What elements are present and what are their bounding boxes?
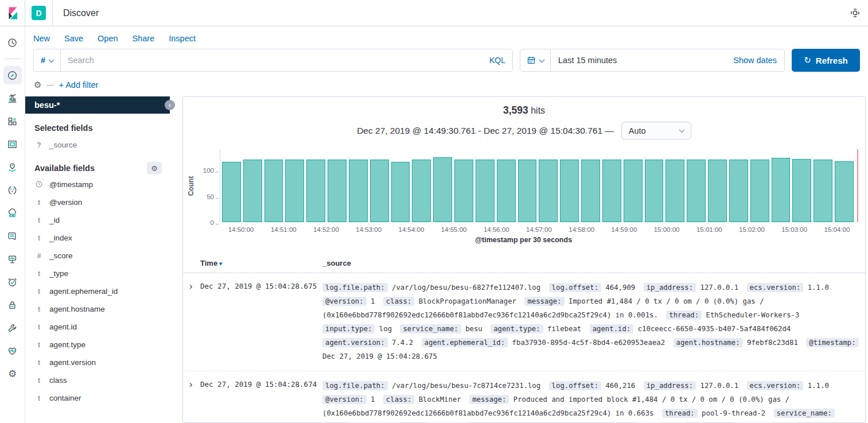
field-list-item[interactable]: tagent.version bbox=[25, 354, 170, 371]
interval-select[interactable]: Auto bbox=[621, 122, 691, 139]
nav-discover-icon[interactable] bbox=[3, 66, 22, 84]
nav-stack-monitoring-icon[interactable] bbox=[3, 341, 22, 360]
field-list-item[interactable]: tagent.id bbox=[25, 318, 170, 336]
histogram-bar[interactable] bbox=[539, 160, 558, 222]
histogram-bar[interactable] bbox=[729, 160, 748, 222]
discover-main-panel: 3,593 hits Dec 27, 2019 @ 14:49:30.761 -… bbox=[182, 96, 866, 423]
source-field-value: 460,216 bbox=[605, 382, 635, 390]
row-source: log.file.path: /var/log/besu/besu-6827fe… bbox=[322, 281, 859, 363]
field-type-badge: t bbox=[35, 394, 43, 402]
field-list-item[interactable]: @timestamp bbox=[25, 176, 170, 193]
field-name: agent.ephemeral_id bbox=[49, 287, 118, 296]
nav-apm-icon[interactable] bbox=[3, 250, 22, 268]
show-dates-button[interactable]: Show dates bbox=[733, 56, 784, 65]
plot-area bbox=[220, 149, 858, 222]
menu-save[interactable]: Save bbox=[64, 34, 83, 43]
add-filter-button[interactable]: + Add filter bbox=[59, 80, 98, 90]
menu-open[interactable]: Open bbox=[98, 34, 118, 43]
histogram-bar[interactable] bbox=[370, 160, 389, 222]
nav-visualize-icon[interactable] bbox=[3, 89, 22, 107]
expand-row-icon[interactable]: › bbox=[188, 281, 200, 363]
histogram-bar[interactable] bbox=[285, 160, 304, 222]
refresh-button[interactable]: ↻ Refresh bbox=[792, 49, 860, 72]
nav-machine-learning-icon[interactable] bbox=[3, 181, 22, 199]
nav-uptime-icon[interactable] bbox=[3, 273, 22, 291]
collapse-sidebar-icon[interactable]: ‹ bbox=[165, 100, 175, 110]
histogram-bar[interactable] bbox=[581, 160, 600, 222]
histogram-bar[interactable] bbox=[412, 160, 431, 222]
kibana-logo[interactable] bbox=[0, 0, 25, 26]
histogram-bar[interactable] bbox=[222, 162, 241, 222]
histogram-bar[interactable] bbox=[433, 157, 452, 222]
histogram-bar[interactable] bbox=[518, 160, 537, 222]
field-list-item[interactable]: tcontainer bbox=[25, 389, 170, 407]
field-list-item[interactable]: #_score bbox=[25, 247, 170, 265]
nav-maps-icon[interactable] bbox=[3, 158, 22, 176]
recently-viewed-icon[interactable] bbox=[3, 33, 22, 52]
source-field-name: ecs.version: bbox=[747, 381, 804, 390]
histogram-bar[interactable] bbox=[835, 161, 854, 222]
histogram-bar[interactable] bbox=[813, 160, 832, 222]
index-pattern-selector[interactable]: besu-* bbox=[25, 96, 170, 114]
histogram-bar[interactable] bbox=[306, 160, 325, 222]
sort-descending-icon[interactable]: ▾ bbox=[219, 260, 223, 267]
histogram-bar[interactable] bbox=[454, 160, 473, 222]
field-list-item[interactable]: tclass bbox=[25, 371, 170, 389]
nav-logs-icon[interactable] bbox=[3, 227, 22, 245]
histogram-bar[interactable] bbox=[243, 160, 262, 222]
doc-table-header: Time▾ _source bbox=[183, 251, 865, 273]
field-list-item[interactable]: tagent.hostname bbox=[25, 300, 170, 318]
index-pattern-name: besu-* bbox=[34, 100, 60, 110]
nav-canvas-icon[interactable] bbox=[3, 135, 22, 153]
histogram-bar[interactable] bbox=[645, 160, 664, 222]
source-field-value: 464,909 bbox=[605, 284, 635, 292]
histogram-bar[interactable] bbox=[476, 160, 495, 222]
kql-button[interactable]: KQL bbox=[482, 56, 512, 65]
histogram-bar[interactable] bbox=[665, 160, 684, 222]
field-list-item[interactable]: t@version bbox=[25, 193, 170, 211]
histogram-bar[interactable] bbox=[792, 159, 811, 222]
x-axis-tick-label: 14:50:00 bbox=[228, 226, 254, 233]
histogram-bar[interactable] bbox=[497, 160, 516, 222]
menu-inspect[interactable]: Inspect bbox=[169, 34, 196, 43]
x-axis-tick-label: 14:58:00 bbox=[569, 226, 594, 233]
nav-dashboard-icon[interactable] bbox=[3, 112, 22, 130]
time-column-label: Time bbox=[200, 259, 217, 267]
histogram-bar[interactable] bbox=[624, 160, 643, 222]
field-list-item[interactable]: tagent.type bbox=[25, 336, 170, 354]
filter-type-button[interactable]: # bbox=[34, 49, 61, 71]
histogram-bar[interactable] bbox=[391, 162, 410, 222]
filter-settings-gear-icon[interactable]: ⚙ bbox=[34, 81, 41, 90]
histogram-bar[interactable] bbox=[772, 158, 791, 222]
nav-metrics-icon[interactable] bbox=[3, 204, 22, 222]
field-list-item[interactable]: ?_source bbox=[25, 136, 170, 154]
field-list-item[interactable]: tagent.ephemeral_id bbox=[25, 282, 170, 300]
fields-sidebar: besu-* ‹ Selected fields ?_source Availa… bbox=[25, 96, 170, 423]
menu-share[interactable]: Share bbox=[133, 34, 155, 43]
help-icon[interactable] bbox=[850, 8, 860, 18]
nav-siem-icon[interactable] bbox=[3, 296, 22, 314]
histogram-bar[interactable] bbox=[602, 160, 621, 222]
time-column-header[interactable]: Time▾ bbox=[200, 259, 322, 267]
histogram-bar[interactable] bbox=[687, 160, 706, 222]
field-list-item[interactable]: t_index bbox=[25, 229, 170, 247]
histogram-bar[interactable] bbox=[708, 160, 727, 222]
search-input[interactable] bbox=[61, 56, 482, 65]
histogram-bar[interactable] bbox=[750, 160, 769, 222]
field-list-item[interactable]: t_id bbox=[25, 211, 170, 229]
nav-management-icon[interactable]: ⚙ bbox=[3, 364, 22, 383]
histogram-bar[interactable] bbox=[349, 160, 368, 222]
x-axis-labels: 14:50:0014:51:0014:52:0014:53:0014:54:00… bbox=[220, 224, 858, 234]
app-badge[interactable]: D bbox=[32, 6, 46, 20]
menu-new[interactable]: New bbox=[33, 34, 50, 43]
histogram-bar[interactable] bbox=[560, 160, 579, 222]
management-gear-icon: ⚙ bbox=[8, 369, 17, 379]
expand-row-icon[interactable]: › bbox=[188, 379, 200, 423]
histogram-bar[interactable] bbox=[264, 160, 283, 222]
time-range-value[interactable]: Last 15 minutes bbox=[551, 56, 733, 65]
nav-dev-tools-icon[interactable] bbox=[3, 319, 22, 337]
field-settings-button[interactable]: ⚙ bbox=[147, 162, 162, 174]
histogram-bar[interactable] bbox=[328, 160, 347, 222]
calendar-button[interactable] bbox=[520, 49, 551, 71]
field-list-item[interactable]: t_type bbox=[25, 265, 170, 282]
